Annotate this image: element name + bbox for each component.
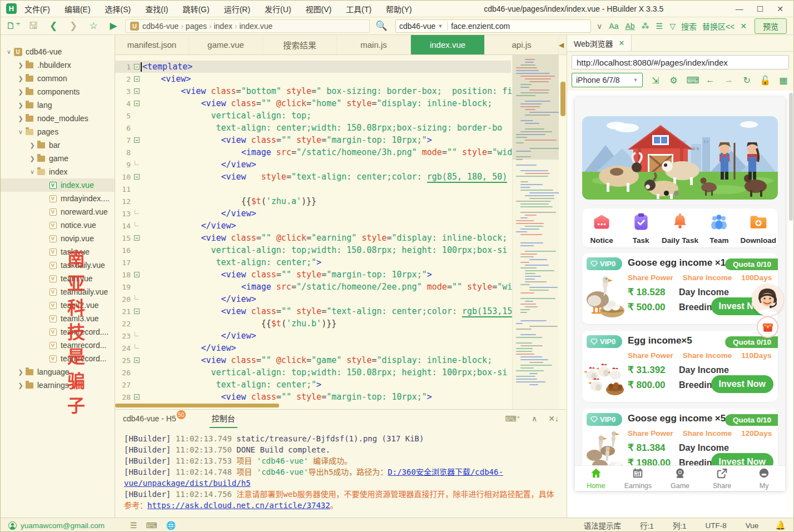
chevron-right-icon[interactable]: ❯	[28, 142, 36, 149]
tree-item-teaml3-vue[interactable]: Vteaml3.vue	[1, 312, 115, 325]
lock-icon[interactable]: 🔓	[760, 75, 771, 86]
editor-tab-main-js[interactable]: main.js	[337, 35, 411, 54]
menu-item[interactable]: 运行(R)	[224, 3, 250, 14]
search-input[interactable]: face.enzient.com	[451, 22, 510, 31]
chevron-right-icon[interactable]: ❯	[17, 75, 24, 82]
chevron-right-icon[interactable]: ❯	[17, 88, 24, 96]
save-icon[interactable]: 🖫	[25, 21, 42, 32]
app-tab-game[interactable]: Game	[659, 466, 701, 491]
fold-toggle-icon[interactable]	[133, 174, 141, 180]
tree-item-taskdaily-vue[interactable]: Vtaskdaily.vue	[1, 258, 115, 272]
tree-item--hbuilderx[interactable]: ❯.hbuilderx	[1, 58, 115, 72]
qr-code-icon[interactable]: ▦	[778, 75, 789, 86]
minimize-icon[interactable]: —	[736, 4, 743, 13]
invest-now-button[interactable]: Invest Now	[711, 375, 773, 393]
match-case-icon[interactable]: Aa	[609, 22, 618, 31]
menu-item[interactable]: 跳转(G)	[182, 3, 209, 14]
tree-item-node-modules[interactable]: ❯node_modules	[1, 112, 115, 125]
fold-toggle-icon[interactable]	[133, 76, 141, 82]
breadcrumb-item[interactable]: index	[214, 22, 232, 31]
close-search-icon[interactable]: ✕	[740, 22, 747, 31]
tree-item-teamrecord----[interactable]: Vteamrecord....	[1, 325, 115, 339]
chevron-right-icon[interactable]: ❯	[17, 369, 24, 376]
treasure-gift-icon[interactable]	[757, 316, 778, 338]
quick-nav-daily-task[interactable]: Daily Task	[661, 212, 699, 245]
tree-item-bar[interactable]: ❯bar	[1, 138, 115, 152]
tree-item-mrdayindex----[interactable]: Vmrdayindex....	[1, 192, 115, 205]
open-external-icon[interactable]: ⇲	[650, 75, 661, 86]
tree-item-notice-vue[interactable]: Vnotice.vue	[1, 218, 115, 232]
editor-tab-game-vue[interactable]: game.vue	[189, 35, 263, 54]
chevron-right-icon[interactable]: ❯	[17, 62, 24, 69]
tab-scroll-left-icon[interactable]: ◀	[559, 41, 564, 49]
code-editor[interactable]: 1<template>2 <view>3 <view class="bottom…	[115, 55, 567, 409]
carousel-dot[interactable]	[674, 191, 679, 196]
editor-horizontal-scrollbar[interactable]	[115, 404, 279, 407]
quick-nav-download[interactable]: Download	[739, 212, 778, 245]
tree-item-components[interactable]: ❯components	[1, 85, 115, 98]
url-input[interactable]: http://localhost:8080/#/pages/index/inde…	[572, 55, 789, 69]
tree-item-teamrecord---[interactable]: Vteamrecord...	[1, 339, 115, 352]
menu-item[interactable]: 编辑(E)	[64, 3, 91, 14]
tree-item-game[interactable]: ❯game	[1, 152, 115, 165]
tab-web-browser[interactable]: Web浏览器✕	[567, 35, 632, 51]
menu-item[interactable]: 查找(I)	[145, 3, 168, 14]
fold-toggle-icon[interactable]	[133, 394, 141, 400]
navigate-back-icon[interactable]: ❮	[45, 20, 62, 32]
tree-item-index[interactable]: ∨index	[1, 165, 115, 178]
fold-toggle-icon[interactable]	[133, 235, 141, 241]
status-item[interactable]: 列:1	[673, 520, 687, 531]
search-scope-dropdown[interactable]: cdb46-vue▼	[399, 22, 448, 31]
whole-word-icon[interactable]: Ab	[625, 22, 634, 31]
collapse-search-icon[interactable]: ∨	[597, 22, 602, 31]
tree-item-task-vue[interactable]: Vtask.vue	[1, 245, 115, 258]
tree-item-novip-vue[interactable]: Vnovip.vue	[1, 232, 115, 245]
editor-tab-manifest-json[interactable]: manifest.json	[115, 35, 189, 54]
navigate-forward-icon[interactable]: ❯	[65, 20, 82, 32]
tree-item-index-vue[interactable]: Vindex.vue	[1, 178, 115, 192]
search-box[interactable]: cdb46-vue▼ face.enzient.com	[395, 19, 591, 33]
menu-item[interactable]: 文件(F)	[24, 3, 50, 14]
editor-tab-index-vue[interactable]: index.vue	[411, 35, 485, 54]
fold-toggle-icon[interactable]	[133, 101, 141, 106]
new-file-icon[interactable]: 🗋⁺	[5, 20, 22, 32]
tree-item-teaml2-vue[interactable]: Vteaml2.vue	[1, 299, 115, 312]
new-terminal-icon[interactable]: ⌨⁺	[505, 414, 520, 423]
chevron-right-icon[interactable]: ❯	[17, 102, 24, 109]
tree-item-noreward-vue[interactable]: Vnoreward.vue	[1, 205, 115, 218]
app-tab-my[interactable]: My	[743, 466, 785, 491]
breadcrumb-item[interactable]: cdb46-vue	[142, 22, 178, 31]
minimap[interactable]	[512, 55, 559, 409]
chevron-right-icon[interactable]: ❯	[28, 155, 36, 162]
regex-icon[interactable]: ⁂	[642, 22, 649, 31]
fold-toggle-icon[interactable]	[133, 64, 141, 69]
fold-toggle-icon[interactable]	[133, 137, 141, 143]
breadcrumb-item[interactable]: index.vue	[239, 22, 272, 31]
bookmark-star-icon[interactable]: ☆	[85, 20, 102, 32]
tree-item-language[interactable]: ❯language	[1, 365, 115, 379]
breadcrumb-item[interactable]: pages	[186, 22, 207, 31]
gear-icon[interactable]: ⚙	[668, 75, 679, 86]
device-selector[interactable]: iPhone 6/7/8▼	[572, 73, 643, 87]
menu-item[interactable]: 选择(S)	[105, 3, 131, 14]
tree-item-common[interactable]: ❯common	[1, 72, 115, 85]
notification-bell-icon[interactable]: 🔔	[775, 520, 786, 530]
app-tab-earnings[interactable]: Earnings	[617, 466, 659, 491]
tree-item-teamrecord---[interactable]: Vteamrecord...	[1, 352, 115, 365]
outline-list-icon[interactable]: ☰	[130, 521, 137, 530]
network-globe-icon[interactable]: 🌐	[166, 521, 176, 530]
editor-tab-api-js[interactable]: api.js	[485, 35, 559, 54]
fold-toggle-icon[interactable]	[133, 88, 141, 94]
editor-vertical-scrollbar[interactable]	[560, 82, 565, 116]
menu-item[interactable]: 帮助(Y)	[386, 3, 412, 14]
menu-item[interactable]: 工具(T)	[346, 3, 371, 14]
editor-tab-----[interactable]: 搜索结果	[263, 35, 337, 54]
chevron-right-icon[interactable]: ❯	[17, 115, 24, 122]
browser-forward-icon[interactable]: →	[723, 75, 734, 85]
fold-toggle-icon[interactable]	[133, 272, 141, 277]
status-item[interactable]: 行:1	[640, 520, 654, 531]
filter-icon[interactable]: ▽	[669, 22, 676, 31]
preview-scrollbar[interactable]	[789, 93, 793, 221]
replace-area-button[interactable]: 替换区<<	[702, 21, 735, 32]
status-item[interactable]: 语法提示库	[583, 520, 621, 531]
